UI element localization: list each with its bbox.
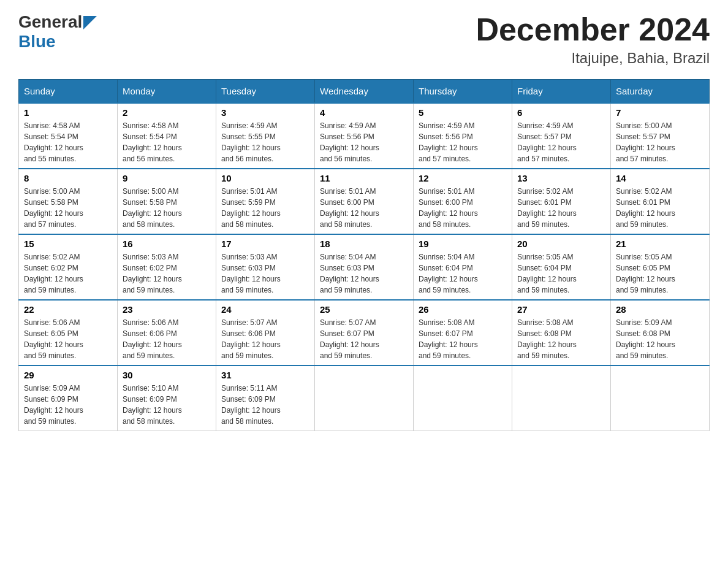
calendar-week-4: 22Sunrise: 5:06 AMSunset: 6:05 PMDayligh…: [19, 300, 710, 366]
day-info: Sunrise: 5:06 AMSunset: 6:05 PMDaylight:…: [24, 317, 112, 361]
header-cell-tuesday: Tuesday: [216, 80, 315, 104]
day-number: 27: [517, 304, 605, 315]
day-number: 4: [320, 107, 408, 118]
day-number: 28: [616, 304, 704, 315]
day-number: 19: [419, 239, 507, 249]
calendar-cell: 22Sunrise: 5:06 AMSunset: 6:05 PMDayligh…: [19, 300, 118, 366]
calendar-cell: 24Sunrise: 5:07 AMSunset: 6:06 PMDayligh…: [216, 300, 315, 366]
calendar-cell: 6Sunrise: 4:59 AMSunset: 5:57 PMDaylight…: [512, 103, 611, 169]
day-number: 14: [616, 173, 704, 183]
calendar-cell: [512, 366, 611, 431]
day-number: 15: [24, 239, 112, 249]
day-number: 16: [123, 239, 211, 249]
day-info: Sunrise: 5:00 AMSunset: 5:57 PMDaylight:…: [616, 120, 704, 164]
day-info: Sunrise: 5:00 AMSunset: 5:58 PMDaylight:…: [123, 186, 211, 230]
calendar-cell: 16Sunrise: 5:03 AMSunset: 6:02 PMDayligh…: [118, 234, 216, 300]
logo: General Blue: [18, 12, 97, 52]
calendar-week-1: 1Sunrise: 4:58 AMSunset: 5:54 PMDaylight…: [19, 103, 710, 169]
svg-marker-0: [83, 16, 97, 29]
calendar-cell: 23Sunrise: 5:06 AMSunset: 6:06 PMDayligh…: [118, 300, 216, 366]
day-number: 12: [419, 173, 507, 183]
day-info: Sunrise: 4:58 AMSunset: 5:54 PMDaylight:…: [123, 120, 211, 164]
calendar-cell: 7Sunrise: 5:00 AMSunset: 5:57 PMDaylight…: [611, 103, 710, 169]
day-number: 22: [24, 304, 112, 315]
day-info: Sunrise: 5:02 AMSunset: 6:02 PMDaylight:…: [24, 251, 112, 296]
calendar-cell: 18Sunrise: 5:04 AMSunset: 6:03 PMDayligh…: [315, 234, 414, 300]
calendar-cell: 15Sunrise: 5:02 AMSunset: 6:02 PMDayligh…: [19, 234, 118, 300]
calendar-header: SundayMondayTuesdayWednesdayThursdayFrid…: [19, 80, 710, 104]
calendar-cell: 17Sunrise: 5:03 AMSunset: 6:03 PMDayligh…: [216, 234, 315, 300]
header-cell-wednesday: Wednesday: [315, 80, 414, 104]
day-info: Sunrise: 5:10 AMSunset: 6:09 PMDaylight:…: [123, 383, 211, 427]
day-number: 30: [123, 370, 211, 380]
day-number: 3: [221, 107, 309, 118]
calendar-table: SundayMondayTuesdayWednesdayThursdayFrid…: [18, 79, 710, 431]
header-cell-friday: Friday: [512, 80, 611, 104]
logo-blue-text: Blue: [18, 32, 56, 51]
logo-triangle-icon: [83, 16, 97, 29]
day-number: 17: [221, 239, 309, 249]
day-info: Sunrise: 5:00 AMSunset: 5:58 PMDaylight:…: [24, 186, 112, 230]
header-cell-monday: Monday: [118, 80, 216, 104]
calendar-cell: 26Sunrise: 5:08 AMSunset: 6:07 PMDayligh…: [414, 300, 512, 366]
day-number: 23: [123, 304, 211, 315]
header-cell-sunday: Sunday: [19, 80, 118, 104]
day-info: Sunrise: 5:04 AMSunset: 6:04 PMDaylight:…: [419, 251, 507, 296]
day-info: Sunrise: 5:05 AMSunset: 6:05 PMDaylight:…: [616, 251, 704, 296]
calendar-cell: 13Sunrise: 5:02 AMSunset: 6:01 PMDayligh…: [512, 169, 611, 234]
day-number: 1: [24, 107, 112, 118]
day-number: 9: [123, 173, 211, 183]
calendar-cell: [611, 366, 710, 431]
calendar-week-5: 29Sunrise: 5:09 AMSunset: 6:09 PMDayligh…: [19, 366, 710, 431]
day-info: Sunrise: 5:04 AMSunset: 6:03 PMDaylight:…: [320, 251, 408, 296]
day-info: Sunrise: 5:11 AMSunset: 6:09 PMDaylight:…: [221, 383, 309, 427]
day-info: Sunrise: 5:08 AMSunset: 6:07 PMDaylight:…: [419, 317, 507, 361]
day-info: Sunrise: 4:59 AMSunset: 5:57 PMDaylight:…: [517, 120, 605, 164]
day-info: Sunrise: 5:01 AMSunset: 5:59 PMDaylight:…: [221, 186, 309, 230]
day-info: Sunrise: 5:03 AMSunset: 6:02 PMDaylight:…: [123, 251, 211, 296]
calendar-cell: 31Sunrise: 5:11 AMSunset: 6:09 PMDayligh…: [216, 366, 315, 431]
calendar-cell: 30Sunrise: 5:10 AMSunset: 6:09 PMDayligh…: [118, 366, 216, 431]
calendar-cell: 12Sunrise: 5:01 AMSunset: 6:00 PMDayligh…: [414, 169, 512, 234]
day-number: 21: [616, 239, 704, 249]
day-number: 2: [123, 107, 211, 118]
calendar-body: 1Sunrise: 4:58 AMSunset: 5:54 PMDaylight…: [19, 103, 710, 431]
day-number: 6: [517, 107, 605, 118]
day-number: 31: [221, 370, 309, 380]
calendar-week-2: 8Sunrise: 5:00 AMSunset: 5:58 PMDaylight…: [19, 169, 710, 234]
calendar-cell: 8Sunrise: 5:00 AMSunset: 5:58 PMDaylight…: [19, 169, 118, 234]
calendar-cell: 11Sunrise: 5:01 AMSunset: 6:00 PMDayligh…: [315, 169, 414, 234]
calendar-cell: 28Sunrise: 5:09 AMSunset: 6:08 PMDayligh…: [611, 300, 710, 366]
day-info: Sunrise: 5:06 AMSunset: 6:06 PMDaylight:…: [123, 317, 211, 361]
day-info: Sunrise: 5:03 AMSunset: 6:03 PMDaylight:…: [221, 251, 309, 296]
day-number: 7: [616, 107, 704, 118]
day-info: Sunrise: 5:09 AMSunset: 6:09 PMDaylight:…: [24, 383, 112, 427]
calendar-cell: 4Sunrise: 4:59 AMSunset: 5:56 PMDaylight…: [315, 103, 414, 169]
calendar-cell: 27Sunrise: 5:08 AMSunset: 6:08 PMDayligh…: [512, 300, 611, 366]
calendar-cell: 10Sunrise: 5:01 AMSunset: 5:59 PMDayligh…: [216, 169, 315, 234]
day-number: 13: [517, 173, 605, 183]
day-info: Sunrise: 5:09 AMSunset: 6:08 PMDaylight:…: [616, 317, 704, 361]
day-number: 8: [24, 173, 112, 183]
calendar-cell: 29Sunrise: 5:09 AMSunset: 6:09 PMDayligh…: [19, 366, 118, 431]
day-info: Sunrise: 5:08 AMSunset: 6:08 PMDaylight:…: [517, 317, 605, 361]
calendar-cell: 25Sunrise: 5:07 AMSunset: 6:07 PMDayligh…: [315, 300, 414, 366]
day-number: 18: [320, 239, 408, 249]
calendar-cell: 14Sunrise: 5:02 AMSunset: 6:01 PMDayligh…: [611, 169, 710, 234]
day-number: 5: [419, 107, 507, 118]
day-info: Sunrise: 5:01 AMSunset: 6:00 PMDaylight:…: [419, 186, 507, 230]
header-cell-saturday: Saturday: [611, 80, 710, 104]
day-number: 11: [320, 173, 408, 183]
day-number: 24: [221, 304, 309, 315]
month-title: December 2024: [476, 12, 710, 47]
logo-general-text: General: [18, 12, 82, 32]
day-number: 29: [24, 370, 112, 380]
calendar-cell: 1Sunrise: 4:58 AMSunset: 5:54 PMDaylight…: [19, 103, 118, 169]
calendar-cell: 9Sunrise: 5:00 AMSunset: 5:58 PMDaylight…: [118, 169, 216, 234]
calendar-cell: 2Sunrise: 4:58 AMSunset: 5:54 PMDaylight…: [118, 103, 216, 169]
day-info: Sunrise: 4:58 AMSunset: 5:54 PMDaylight:…: [24, 120, 112, 164]
calendar-cell: [414, 366, 512, 431]
day-info: Sunrise: 5:02 AMSunset: 6:01 PMDaylight:…: [517, 186, 605, 230]
day-info: Sunrise: 5:07 AMSunset: 6:07 PMDaylight:…: [320, 317, 408, 361]
calendar-week-3: 15Sunrise: 5:02 AMSunset: 6:02 PMDayligh…: [19, 234, 710, 300]
